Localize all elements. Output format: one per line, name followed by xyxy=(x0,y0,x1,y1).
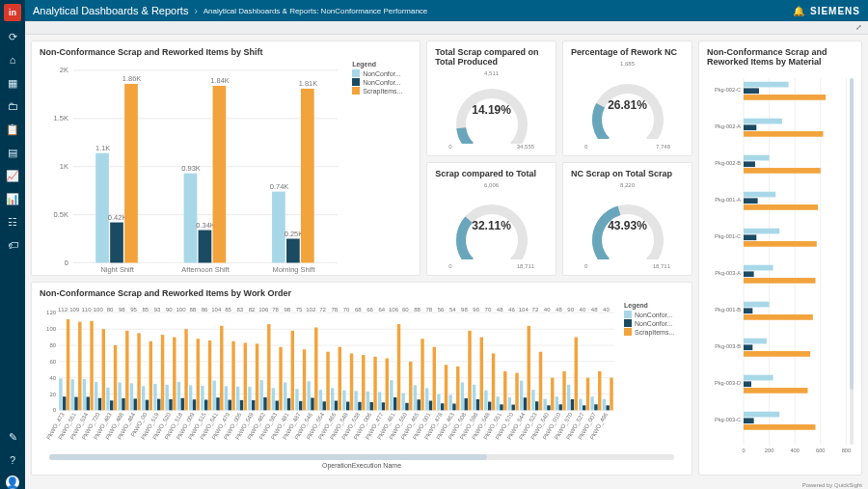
svg-rect-186 xyxy=(393,397,396,410)
left-nav: in ⟳ ⌂ ▦ 🗀 📋 ▤ 📈 📊 ☷ 🏷 ✎ ? 👤 xyxy=(0,0,25,489)
svg-text:2K: 2K xyxy=(60,66,68,74)
help-icon[interactable]: ? xyxy=(5,452,20,468)
svg-rect-97 xyxy=(184,329,187,410)
svg-rect-181 xyxy=(382,402,385,410)
svg-rect-102 xyxy=(197,339,200,410)
svg-rect-292 xyxy=(744,95,826,100)
svg-rect-165 xyxy=(342,391,345,411)
svg-rect-212 xyxy=(456,367,459,410)
svg-text:82: 82 xyxy=(249,307,256,312)
svg-rect-315 xyxy=(744,308,752,313)
svg-text:40: 40 xyxy=(603,307,610,312)
svg-rect-77 xyxy=(137,333,140,410)
bell-icon[interactable]: 🔔 xyxy=(793,6,804,16)
svg-text:120: 120 xyxy=(46,310,57,315)
svg-rect-117 xyxy=(231,341,234,411)
user-icon[interactable]: 👤 xyxy=(6,475,19,489)
chart-material: Non-Conformance Scrap and Reworked Items… xyxy=(698,41,862,475)
svg-rect-210 xyxy=(448,394,451,410)
folder-icon[interactable]: 🗀 xyxy=(5,98,20,114)
svg-rect-24 xyxy=(272,192,285,263)
tag-icon[interactable]: 🏷 xyxy=(5,237,20,253)
chart-line-icon[interactable]: 📈 xyxy=(5,168,20,183)
svg-text:0.5K: 0.5K xyxy=(54,210,68,219)
svg-text:90: 90 xyxy=(567,307,574,312)
svg-rect-86 xyxy=(157,399,160,411)
svg-text:Pkg-002-A: Pkg-002-A xyxy=(715,123,741,129)
svg-rect-255 xyxy=(556,396,558,410)
svg-text:60: 60 xyxy=(49,359,56,365)
svg-rect-215 xyxy=(461,382,464,410)
svg-rect-105 xyxy=(201,386,203,410)
svg-rect-92 xyxy=(173,338,176,411)
svg-rect-135 xyxy=(272,388,275,410)
svg-rect-250 xyxy=(543,399,546,411)
edit-icon[interactable]: ✎ xyxy=(5,429,20,445)
svg-text:46: 46 xyxy=(508,307,515,312)
svg-rect-267 xyxy=(586,378,589,411)
svg-text:85: 85 xyxy=(142,307,149,312)
chart-bar-icon[interactable]: 📊 xyxy=(5,191,20,206)
svg-rect-180 xyxy=(378,392,381,410)
gauge-grid: Total Scrap compared on Total Produced 4… xyxy=(426,41,692,276)
clipboard-icon[interactable]: 📋 xyxy=(5,122,20,137)
brand-logo: SIEMENS xyxy=(810,6,860,16)
chart-workorder-title: Non-Conformance Scrap and Reworked Items… xyxy=(40,288,684,298)
svg-rect-122 xyxy=(244,342,247,410)
dashboard-icon[interactable]: ▦ xyxy=(5,75,20,91)
svg-text:1.84K: 1.84K xyxy=(210,76,230,85)
svg-rect-166 xyxy=(346,402,349,411)
svg-text:Afternoon Shift: Afternoon Shift xyxy=(181,265,230,274)
svg-rect-306 xyxy=(744,229,779,234)
svg-rect-176 xyxy=(370,402,373,410)
svg-rect-327 xyxy=(744,418,754,423)
svg-rect-318 xyxy=(744,339,767,344)
scrollbar[interactable] xyxy=(49,454,674,460)
refresh-icon[interactable]: ⟳ xyxy=(5,29,20,44)
svg-rect-242 xyxy=(528,326,530,411)
app-logo-icon[interactable]: in xyxy=(4,4,21,21)
svg-rect-95 xyxy=(177,382,180,410)
svg-rect-107 xyxy=(208,340,211,410)
footer: Powered by QuickSight xyxy=(25,481,868,489)
grid-icon[interactable]: ▤ xyxy=(5,145,20,160)
svg-rect-81 xyxy=(146,400,149,411)
svg-rect-195 xyxy=(414,385,417,410)
svg-rect-261 xyxy=(571,399,574,410)
svg-text:800: 800 xyxy=(842,448,852,453)
svg-text:Morning Shift: Morning Shift xyxy=(272,265,315,274)
svg-rect-185 xyxy=(390,380,393,410)
expand-icon[interactable]: ⤢ xyxy=(855,23,862,32)
svg-rect-160 xyxy=(331,388,334,410)
gauge-percent: 14.19% xyxy=(472,103,511,117)
svg-rect-46 xyxy=(63,396,66,410)
svg-text:104: 104 xyxy=(519,307,529,312)
svg-text:112: 112 xyxy=(58,307,68,312)
svg-rect-66 xyxy=(110,400,113,410)
svg-rect-236 xyxy=(511,405,514,411)
svg-rect-276 xyxy=(606,405,609,410)
svg-rect-312 xyxy=(744,278,815,284)
chevron-right-icon: › xyxy=(194,6,197,16)
dashboard-content: Non-Conformance Scrap and Reworked Items… xyxy=(25,35,868,481)
svg-rect-328 xyxy=(744,424,815,430)
svg-text:64: 64 xyxy=(378,307,385,312)
home-icon[interactable]: ⌂ xyxy=(5,52,20,68)
svg-text:Pkg-003-A: Pkg-003-A xyxy=(715,270,741,276)
svg-rect-60 xyxy=(95,382,97,410)
svg-text:0.25K: 0.25K xyxy=(285,230,304,238)
table-icon[interactable]: ☷ xyxy=(5,214,20,230)
svg-rect-319 xyxy=(744,344,752,350)
gauge-title: Percentage of Rework NC xyxy=(571,47,684,57)
svg-text:104: 104 xyxy=(211,307,222,312)
svg-text:1K: 1K xyxy=(60,162,68,171)
svg-rect-10 xyxy=(95,153,109,263)
chart-material-title: Non-Conformance Scrap and Reworked Items… xyxy=(707,47,854,67)
svg-text:66: 66 xyxy=(366,307,373,312)
svg-rect-221 xyxy=(476,399,479,410)
svg-rect-241 xyxy=(524,397,527,410)
svg-text:75: 75 xyxy=(296,307,303,312)
svg-rect-75 xyxy=(130,383,133,410)
svg-rect-272 xyxy=(598,371,601,410)
svg-text:0.93K: 0.93K xyxy=(181,164,201,173)
